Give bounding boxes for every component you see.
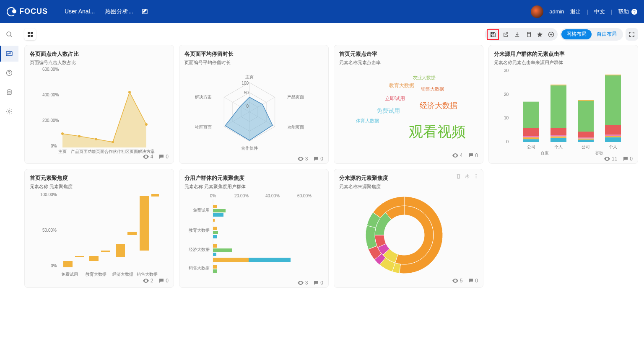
breadcrumb-item[interactable]: 热图分析...: [105, 8, 133, 16]
svg-text:0%: 0%: [51, 144, 57, 148]
svg-point-14: [61, 132, 64, 135]
svg-text:400.00%: 400.00%: [42, 93, 59, 97]
svg-text:经济大数据: 经济大数据: [189, 247, 210, 252]
svg-text:个人: 个人: [609, 145, 617, 149]
svg-rect-83: [89, 256, 99, 261]
svg-text:解决方案: 解决方案: [195, 95, 212, 99]
grouped-hbar-chart: 0% 20.00% 40.00% 60.00% 免费试用 教育大数据 经济大数据…: [184, 190, 314, 280]
share-icon[interactable]: [503, 31, 509, 38]
svg-rect-6: [492, 32, 494, 34]
svg-text:公司: 公司: [527, 145, 535, 149]
svg-text:50.00%: 50.00%: [42, 228, 57, 233]
chart-card: 各页面平均停留时长 页面编号平均停留时长 主页 产品页面 功能页面 合作伙伴 社…: [179, 45, 329, 164]
more-icon[interactable]: [473, 173, 479, 179]
svg-rect-110: [213, 253, 216, 256]
svg-text:主页: 主页: [245, 75, 254, 79]
chart-card: 首页元素聚焦度 元素名称 元素聚焦度 100.00% 50.00% 0% 免费试…: [24, 169, 174, 288]
help-circle-icon[interactable]: [5, 69, 13, 77]
layout-grid-button[interactable]: 网格布局: [561, 29, 592, 39]
chart-card: 首页元素点击率 元素名称元素点击率 观看视频经济大数据免费试用立即试用教育大数据…: [334, 45, 483, 164]
card-grid: 各页面点击人数占比 页面编号点击人数占比 600.00% 400.00% 200…: [24, 45, 638, 288]
copy-icon[interactable]: [525, 31, 532, 38]
radar-chart: 主页 产品页面 功能页面 合作伙伴 社区页面 解决方案 100 50 0: [184, 66, 314, 156]
edit-icon[interactable]: [142, 8, 148, 15]
svg-rect-73: [605, 134, 621, 136]
apps-button[interactable]: [24, 28, 36, 40]
download-icon[interactable]: [514, 31, 520, 38]
svg-rect-100: [213, 209, 226, 212]
breadcrumb-item[interactable]: User Anal...: [65, 8, 95, 16]
svg-text:20.00%: 20.00%: [234, 194, 249, 198]
svg-rect-59: [551, 128, 566, 135]
svg-point-118: [475, 176, 476, 176]
lang-link[interactable]: 中文: [594, 8, 605, 16]
svg-point-119: [475, 178, 476, 178]
layout-free-button[interactable]: 自由布局: [592, 29, 622, 39]
sunburst-chart: [339, 190, 469, 278]
svg-rect-76: [605, 75, 621, 75]
stacked-bar-chart: 30 20 10 0 公司百度个人公司谷歌个人: [494, 66, 624, 156]
area-chart: 600.00% 400.00% 200.00% 0% 主页 产品页面 功能页面 …: [30, 66, 160, 154]
wordcloud-chart: 观看视频经济大数据免费试用立即试用教育大数据销售大数据农业大数据体育大数据: [339, 66, 478, 153]
dashboard-icon[interactable]: [5, 50, 13, 57]
svg-rect-75: [605, 75, 621, 125]
svg-rect-63: [578, 140, 594, 142]
svg-text:主页: 主页: [58, 149, 67, 154]
svg-point-19: [145, 123, 148, 126]
save-icon[interactable]: [487, 29, 499, 40]
svg-rect-66: [578, 132, 594, 137]
toolbar: 网格布局 自由布局: [24, 26, 638, 42]
svg-text:社区页面: 社区页面: [195, 125, 212, 129]
svg-text:30: 30: [504, 68, 509, 73]
brand-text: FOCUS: [19, 7, 48, 16]
svg-text:免费试用: 免费试用: [61, 272, 78, 277]
svg-text:社区页面: 社区页面: [121, 149, 138, 154]
layout-toggle: 网格布局 自由布局: [560, 28, 623, 41]
svg-rect-112: [213, 258, 249, 262]
svg-rect-57: [551, 136, 566, 137]
svg-rect-7: [492, 35, 494, 37]
svg-text:销售大数据: 销售大数据: [188, 266, 210, 270]
svg-text:合作伙伴: 合作伙伴: [241, 146, 258, 150]
comment-stat: 0: [159, 154, 169, 160]
svg-text:10: 10: [504, 116, 509, 120]
svg-rect-50: [523, 137, 539, 140]
database-icon[interactable]: [5, 88, 13, 96]
svg-point-5: [8, 111, 10, 112]
svg-text:0%: 0%: [51, 264, 57, 268]
chart-card: 分来源的元素聚焦度 元素名称来源聚焦度 50: [334, 169, 483, 288]
star-icon[interactable]: [537, 31, 543, 38]
svg-rect-61: [551, 85, 566, 85]
help-link[interactable]: 帮助 ?: [618, 8, 637, 16]
svg-rect-51: [523, 136, 539, 137]
svg-text:销售大数据: 销售大数据: [136, 272, 158, 277]
search-icon[interactable]: [5, 31, 13, 38]
trash-icon[interactable]: [456, 173, 461, 179]
add-icon[interactable]: [548, 31, 554, 38]
svg-point-4: [7, 90, 11, 91]
svg-rect-86: [127, 232, 137, 235]
svg-rect-53: [523, 102, 539, 128]
svg-text:20: 20: [504, 92, 509, 97]
svg-text:40.00%: 40.00%: [265, 194, 280, 198]
svg-text:公司: 公司: [582, 145, 590, 149]
logout-link[interactable]: 退出: [570, 8, 581, 16]
svg-text:100: 100: [242, 81, 249, 85]
gear-icon[interactable]: [5, 108, 13, 115]
svg-text:100.00%: 100.00%: [40, 192, 57, 197]
gear-icon[interactable]: [465, 173, 470, 179]
avatar[interactable]: [531, 5, 543, 18]
svg-rect-68: [578, 100, 594, 101]
username: admin: [549, 8, 564, 15]
svg-rect-64: [578, 139, 594, 140]
waterfall-chart: 100.00% 50.00% 0% 免费试用 教育大数据 经济大数据 销售大数据: [30, 190, 160, 278]
svg-text:0%: 0%: [210, 194, 216, 198]
svg-point-17: [112, 141, 114, 143]
svg-rect-71: [605, 137, 621, 142]
svg-rect-106: [213, 235, 217, 238]
svg-rect-109: [213, 248, 232, 252]
header-right: admin 退出 | 中文 | 帮助 ?: [531, 5, 637, 18]
fullscreen-icon[interactable]: [626, 28, 638, 41]
svg-rect-81: [63, 261, 73, 267]
svg-point-18: [128, 91, 131, 93]
